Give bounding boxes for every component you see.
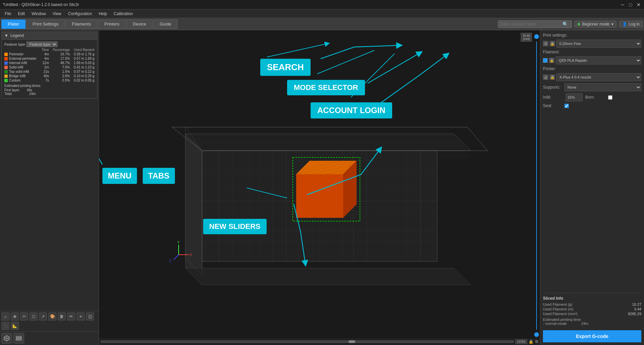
search-icon[interactable]: 🔍 xyxy=(562,21,568,27)
search-input-wrapper[interactable]: 🔍 xyxy=(498,20,572,28)
tab-plater[interactable]: Plater xyxy=(1,19,26,29)
infill-label: Infill: xyxy=(543,95,563,100)
print-settings-row: Print settings: xyxy=(543,33,641,38)
legend-row-filament: 0.07 m 0.22 g xyxy=(71,69,96,74)
titlebar: *Untitled - QIDISlicer-1.2.0 based on Sl… xyxy=(0,0,644,9)
searchbar: 🔍 Beginner mode ▾ 👤 Log in xyxy=(498,20,643,28)
estimated-times: Estimated printing times: First layer: 4… xyxy=(3,83,96,97)
sliced-info-panel: Sliced Info Used Filament (g) 10.27 Used… xyxy=(543,293,641,326)
layer-slider[interactable] xyxy=(533,33,540,338)
horizontal-scrollbar[interactable] xyxy=(100,340,514,343)
supports-label: Supports: xyxy=(543,85,563,90)
svg-rect-4 xyxy=(16,336,21,337)
mode-selector[interactable]: Beginner mode ▾ xyxy=(574,21,616,28)
menu-edit[interactable]: Edit xyxy=(14,11,28,17)
titlebar-controls[interactable]: ─ □ ✕ xyxy=(620,2,641,7)
lock-icon[interactable]: 🔒 xyxy=(528,339,534,344)
sliced-info-row: Used Filament (g) 10.27 xyxy=(543,302,641,307)
first-layer-val: 49s xyxy=(27,88,32,92)
tool-square[interactable]: ⬛ xyxy=(1,322,9,330)
tool-delete[interactable]: 🗑 xyxy=(58,312,66,321)
menu-window[interactable]: Window xyxy=(28,11,49,17)
legend-color-box xyxy=(4,53,8,56)
tab-filaments[interactable]: Filaments xyxy=(65,19,97,29)
print-settings-select[interactable]: 0.20mm Fine xyxy=(556,40,641,48)
legend-row-time: 2m xyxy=(40,65,50,69)
toolbar: Plater Print Settings Filaments Printers… xyxy=(0,18,644,30)
legend-table: Time Percentage Used filament Perimeter … xyxy=(3,48,96,83)
layer-slider-bottom-handle[interactable] xyxy=(534,332,539,337)
tool-layers[interactable]: ⊕ xyxy=(11,312,19,321)
legend-row: Internal infill 12m 48.7% 1.69 m 5.03 g xyxy=(3,61,96,65)
svg-marker-13 xyxy=(185,134,202,285)
3d-bed: X Y Z xyxy=(99,30,540,338)
supports-row: Supports: None xyxy=(543,83,641,91)
legend-row: Top solid infill 21s 1.5% 0.07 m 0.22 g xyxy=(3,69,96,74)
menu-file[interactable]: File xyxy=(1,11,14,17)
tool-orient[interactable]: ↗ xyxy=(39,312,47,321)
tool-measure[interactable]: 📐 xyxy=(11,322,19,330)
layer-slider-top-handle[interactable] xyxy=(534,34,539,39)
filament-select[interactable]: QIDI PLA Rapido xyxy=(556,56,641,64)
menu-calibration[interactable]: Calibration xyxy=(110,11,136,17)
legend-row-filament: 0.57 m 1.69 g xyxy=(71,56,96,61)
feature-type-label: Feature type xyxy=(4,42,25,46)
est-print-time: Estimated printing time: - normal mode 2… xyxy=(543,317,641,326)
legend-color-box xyxy=(4,79,8,82)
export-gcode-button[interactable]: Export G-code xyxy=(543,330,641,342)
seal-checkbox[interactable] xyxy=(564,104,569,108)
user-icon: 👤 xyxy=(622,22,627,27)
tool-color[interactable]: 🎨 xyxy=(48,312,56,321)
svg-marker-46 xyxy=(296,174,343,218)
legend-row-pct: 1.5% xyxy=(50,69,71,74)
svg-text:Z: Z xyxy=(169,259,171,263)
legend-row: Bridge infill 40s 2.8% 0.10 m 0.29 g xyxy=(3,74,96,78)
supports-select[interactable]: None xyxy=(564,83,641,91)
tab-printers[interactable]: Printers xyxy=(98,19,126,29)
filament-select-row: 🔒 QIDI PLA Rapido xyxy=(543,56,641,64)
search-input[interactable] xyxy=(500,22,562,27)
menu-configuration[interactable]: Configuration xyxy=(65,11,95,17)
tool-crosshair[interactable]: ⌖ xyxy=(77,312,85,321)
sliced-info-row: Used Filament (m) 3.44 xyxy=(543,307,641,311)
3d-view-btn[interactable] xyxy=(1,333,12,344)
maximize-button[interactable]: □ xyxy=(628,2,633,7)
filament-lock-icon: 🔒 xyxy=(549,58,554,63)
legend-row-time: 40s xyxy=(40,74,50,78)
tool-support[interactable]: ⬡ xyxy=(30,312,38,321)
sliced-row-value: 3.44 xyxy=(634,307,641,311)
svg-text:Y: Y xyxy=(177,241,180,244)
tool-cut[interactable]: ✂ xyxy=(20,312,28,321)
brim-checkbox[interactable] xyxy=(608,95,612,100)
tool-edit[interactable]: ✏ xyxy=(67,312,75,321)
sliced-row-label: Used Filament (g) xyxy=(543,302,572,306)
col-filament: Used filament xyxy=(71,48,96,52)
legend-row-name: Solid infill xyxy=(3,65,40,69)
tab-print-settings[interactable]: Print Settings xyxy=(26,19,65,29)
menu-help[interactable]: Help xyxy=(95,11,110,17)
printer-select[interactable]: X-Plus 4 0.4 nozzle xyxy=(556,73,641,81)
legend-row-pct: 17.5% xyxy=(50,56,71,61)
viewport[interactable]: X Y Z 30.60(153) SEARCH MODE SELECTOR AC… xyxy=(99,30,540,345)
close-button[interactable]: ✕ xyxy=(636,2,641,7)
tab-guide[interactable]: Guide xyxy=(153,19,178,29)
layer-view-btn[interactable] xyxy=(13,333,24,344)
svg-text:X: X xyxy=(190,253,192,257)
tool-home[interactable]: ⌂ xyxy=(1,312,9,321)
tool-box[interactable]: ◫ xyxy=(86,312,94,321)
printer-label-row: Printer: xyxy=(543,66,641,71)
legend-row-pct: 7.0% xyxy=(50,65,71,69)
legend-row-filament: 0.41 m 1.23 g xyxy=(71,65,96,69)
chevron-down-icon: ▾ xyxy=(611,22,613,27)
legend-header: ▼ Legend xyxy=(2,32,97,40)
gear-icon[interactable]: ⚙ xyxy=(535,339,539,344)
login-button[interactable]: 👤 Log in xyxy=(619,21,643,28)
tab-device[interactable]: Device xyxy=(126,19,152,29)
feature-type-select[interactable]: Feature type xyxy=(27,42,57,47)
mode-label: Beginner mode xyxy=(582,22,609,27)
minimize-button[interactable]: ─ xyxy=(620,2,625,7)
main-layout: ▼ Legend Feature type Feature type Time xyxy=(0,30,644,345)
menu-view[interactable]: View xyxy=(49,11,65,17)
print-lock-icon: 🔒 xyxy=(550,41,555,46)
infill-input[interactable] xyxy=(566,93,583,101)
